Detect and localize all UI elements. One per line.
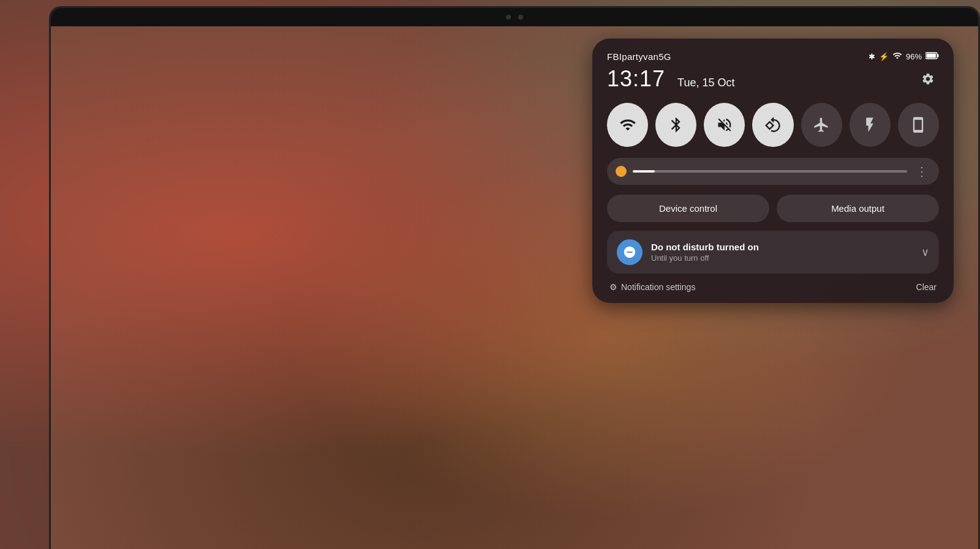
tablet-top-bar xyxy=(51,8,978,26)
svg-rect-1 xyxy=(938,54,939,58)
notifications-bottom-bar: ⚙ Notification settings Clear xyxy=(607,282,939,292)
gear-small-icon: ⚙ xyxy=(609,282,617,292)
dnd-subtitle: Until you turn off xyxy=(651,253,913,263)
dnd-card[interactable]: Do not disturb turned on Until you turn … xyxy=(607,231,939,274)
dnd-chevron-icon: ∨ xyxy=(921,245,929,259)
brightness-fill xyxy=(633,170,655,173)
camera-dot-right xyxy=(518,15,523,20)
media-output-button[interactable]: Media output xyxy=(777,195,939,222)
mute-toggle[interactable] xyxy=(704,103,745,147)
quick-toggles-row xyxy=(607,103,939,147)
device-control-button[interactable]: Device control xyxy=(607,195,769,222)
brightness-slider-row[interactable]: ⋮ xyxy=(607,158,939,185)
clear-button[interactable]: Clear xyxy=(916,282,937,292)
bluetooth-toggle[interactable] xyxy=(655,103,696,147)
brightness-more-button[interactable]: ⋮ xyxy=(913,164,930,179)
settings-gear-button[interactable] xyxy=(917,68,939,90)
brightness-track[interactable] xyxy=(633,170,907,173)
tablet-frame: FBIpartyvan5G ✱ ⚡ 96% xyxy=(49,0,980,549)
signal-slash-icon: ⚡ xyxy=(879,52,889,61)
status-bar: FBIpartyvan5G ✱ ⚡ 96% xyxy=(607,51,939,62)
control-buttons-row: Device control Media output xyxy=(607,195,939,222)
airplane-toggle[interactable] xyxy=(801,103,842,147)
dnd-title: Do not disturb turned on xyxy=(651,242,913,252)
status-icons: ✱ ⚡ 96% xyxy=(869,51,939,62)
battery-icon xyxy=(925,52,939,61)
battery-percent: 96% xyxy=(906,52,922,61)
dnd-icon-circle xyxy=(617,239,643,265)
quick-settings-panel: FBIpartyvan5G ✱ ⚡ 96% xyxy=(592,39,954,303)
wifi-status-icon xyxy=(892,51,902,62)
time-display: 13:17 xyxy=(607,66,665,92)
camera-dot-left xyxy=(506,15,511,20)
time-row: 13:17 Tue, 15 Oct xyxy=(607,66,939,92)
brightness-icon xyxy=(616,166,627,177)
notification-settings-label: Notification settings xyxy=(621,282,695,292)
date-display: Tue, 15 Oct xyxy=(677,77,734,89)
bluetooth-status-icon: ✱ xyxy=(869,52,875,61)
screenshot-toggle[interactable] xyxy=(898,103,939,147)
svg-rect-2 xyxy=(927,54,937,58)
rotation-toggle[interactable] xyxy=(752,103,793,147)
wifi-toggle[interactable] xyxy=(607,103,648,147)
notification-settings-button[interactable]: ⚙ Notification settings xyxy=(609,282,695,292)
flashlight-toggle[interactable] xyxy=(850,103,891,147)
ssid-name: FBIpartyvan5G xyxy=(607,51,671,62)
tablet-screen: FBIpartyvan5G ✱ ⚡ 96% xyxy=(49,6,980,549)
dnd-text-block: Do not disturb turned on Until you turn … xyxy=(651,242,913,263)
